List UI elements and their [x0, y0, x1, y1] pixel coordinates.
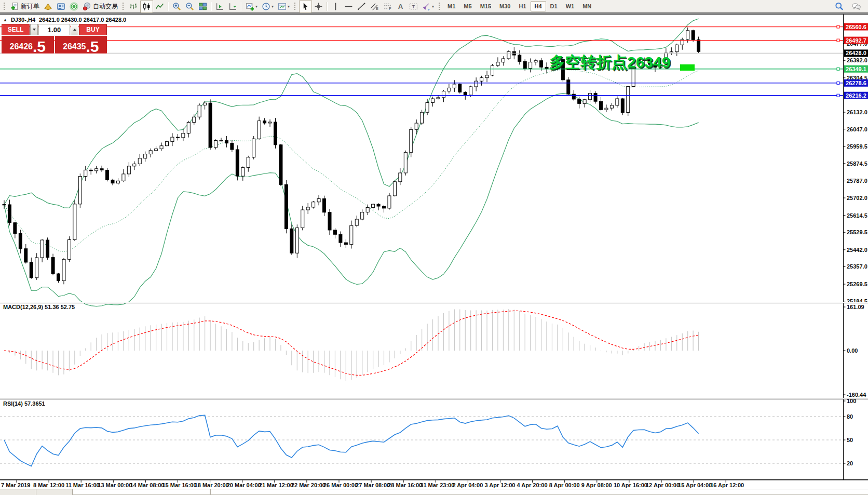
candle-body: [686, 31, 689, 39]
buy-price-display[interactable]: 26435.5: [55, 36, 107, 53]
candle-body: [274, 122, 277, 145]
rsi-name: RSI(14): [3, 400, 23, 407]
dropdown-caret-icon[interactable]: ▾: [432, 4, 434, 9]
rsi-indicator-label: RSI(14) 57.3651: [3, 400, 45, 407]
chat-icon[interactable]: [850, 0, 863, 13]
rsi-panel: 100805020: [0, 398, 856, 466]
panel-divider[interactable]: [0, 398, 868, 398]
candle-body: [600, 101, 603, 110]
candle-body: [149, 151, 152, 154]
ohlc-values: 26421.0 26430.0 26417.0 26428.0: [39, 17, 126, 23]
candle-body: [122, 174, 125, 181]
chart-annotation-bar[interactable]: [680, 64, 695, 71]
line-handle[interactable]: [837, 39, 839, 42]
horizontal-line-icon[interactable]: [342, 0, 355, 13]
line-handle[interactable]: [837, 94, 839, 97]
tile-windows-icon[interactable]: [196, 0, 209, 13]
vertical-line-icon[interactable]: [329, 0, 342, 13]
timeframe-M15[interactable]: M15: [476, 1, 495, 11]
candle-body: [474, 81, 478, 87]
cursor-icon[interactable]: [299, 0, 312, 13]
svg-text:T: T: [412, 4, 415, 9]
price-tick-label: 26047.0: [847, 126, 867, 132]
timeframe-W1[interactable]: W1: [562, 1, 579, 11]
profile-icon[interactable]: [55, 0, 67, 13]
price-tick-label: 25959.5: [847, 143, 867, 150]
search-icon[interactable]: [833, 0, 846, 13]
candle-body: [155, 149, 158, 150]
price-chart[interactable]: 26477.026392.026304.526132.026047.025959…: [0, 14, 868, 489]
timeframe-M5[interactable]: M5: [459, 1, 476, 11]
line-chart-icon[interactable]: [153, 0, 166, 13]
trendline-icon[interactable]: [355, 0, 368, 13]
candle-body: [144, 154, 147, 158]
line-handle[interactable]: [837, 82, 839, 84]
bar-chart-icon[interactable]: [127, 0, 140, 13]
fibonacci-icon[interactable]: F: [381, 0, 394, 13]
toolbar-grip[interactable]: [3, 2, 6, 11]
time-label: 9 Apr 08:00: [581, 482, 612, 488]
candle-body: [447, 88, 451, 91]
buy-button[interactable]: BUY: [79, 24, 107, 35]
candle-body: [464, 92, 467, 95]
volume-input[interactable]: 1.00: [38, 24, 70, 35]
toolbar-grip[interactable]: [294, 2, 296, 11]
timeframe-D1[interactable]: D1: [546, 1, 562, 11]
autotrading-icon[interactable]: 自动交易: [80, 0, 120, 13]
new-order-icon[interactable]: 新订单: [8, 0, 42, 13]
chart-window: 26477.026392.026304.526132.026047.025959…: [0, 14, 868, 489]
zoom-in-icon[interactable]: [170, 0, 183, 13]
chart-annotation-text[interactable]: 多空转折点26349: [549, 52, 670, 73]
toolbar-grip[interactable]: [438, 2, 441, 11]
chart-shift-icon[interactable]: [213, 0, 226, 13]
zoom-out-icon[interactable]: [183, 0, 196, 13]
candle-body: [257, 121, 261, 139]
volume-increase-button[interactable]: [71, 24, 78, 35]
toolbar-separator: [211, 2, 212, 11]
indicators-icon[interactable]: ▾: [243, 0, 260, 13]
time-label: 8 Mar 12:00: [33, 482, 64, 488]
dropdown-caret-icon[interactable]: ▾: [272, 4, 274, 9]
candle-body: [621, 99, 624, 112]
timeframe-M30[interactable]: M30: [495, 1, 514, 11]
candle-chart-icon[interactable]: [140, 0, 153, 13]
crosshair-icon[interactable]: [312, 0, 325, 13]
candle-body: [193, 117, 196, 122]
candle-body: [46, 240, 49, 258]
sell-price-display[interactable]: 26426.5: [2, 36, 54, 53]
auto-scroll-icon[interactable]: [226, 0, 239, 13]
timeframe-H4[interactable]: H4: [531, 1, 546, 11]
toolbar-grip[interactable]: [122, 2, 125, 11]
dropdown-caret-icon[interactable]: ▾: [255, 4, 257, 9]
collapse-icon[interactable]: ▲: [3, 18, 7, 22]
timeframe-H1[interactable]: H1: [514, 1, 530, 11]
time-label: 4 Apr 20:00: [517, 482, 548, 488]
candle-body: [627, 87, 630, 113]
candle-body: [306, 207, 309, 210]
dropdown-caret-icon[interactable]: ▾: [288, 4, 290, 9]
candle-body: [209, 103, 212, 148]
timeframe-M1[interactable]: M1: [443, 1, 459, 11]
price-tick-label: 25787.0: [847, 178, 867, 184]
signals-icon[interactable]: [67, 0, 80, 13]
line-handle[interactable]: [837, 68, 839, 70]
arrows-icon[interactable]: ▾: [420, 0, 436, 13]
volume-decrease-button[interactable]: [30, 24, 38, 35]
sell-button[interactable]: SELL: [2, 24, 30, 35]
panel-divider: [0, 399, 868, 399]
time-label: 15 Mar 16:00: [162, 482, 197, 488]
templates-icon[interactable]: ▾: [276, 0, 292, 13]
market-watch-icon[interactable]: [42, 0, 55, 13]
text-icon[interactable]: A: [394, 0, 407, 13]
candle-body: [344, 243, 347, 245]
panel-divider[interactable]: [0, 302, 868, 302]
horizontal-level-lines: [0, 25, 843, 97]
time-label: 18 Mar 20:00: [195, 482, 229, 488]
periods-icon[interactable]: ▾: [260, 0, 276, 13]
price-tick-label: 25357.0: [847, 263, 867, 270]
candle-body: [426, 102, 429, 112]
timeframe-MN[interactable]: MN: [578, 1, 595, 11]
line-handle[interactable]: [837, 25, 839, 28]
label-icon[interactable]: T: [407, 0, 420, 13]
equidistant-channel-icon[interactable]: E: [368, 0, 381, 13]
